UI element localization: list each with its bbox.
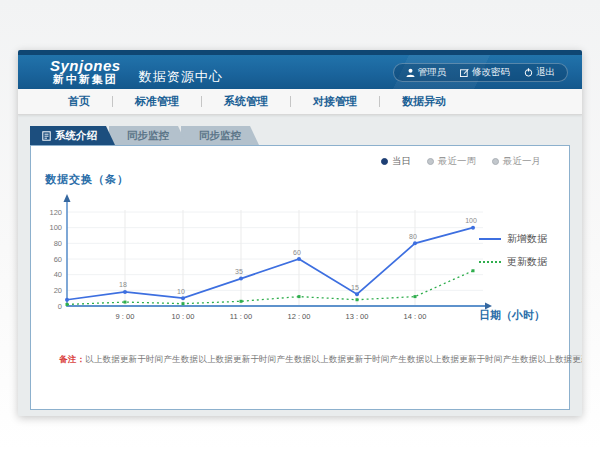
radio-label: 当日 [392,155,411,168]
svg-text:14 : 00: 14 : 00 [404,312,427,321]
legend-label: 更新数据 [507,255,547,269]
svg-text:0: 0 [58,302,62,311]
brand-name: Synjones [50,58,121,74]
svg-text:18: 18 [119,281,127,288]
main-nav: 首页 标准管理 系统管理 对接管理 数据异动 [18,89,582,115]
time-range-filter: 当日 最近一周 最近一月 [381,155,541,168]
change-password-button[interactable]: 修改密码 [460,66,510,79]
change-password-label: 修改密码 [472,66,510,79]
footnote: 备注：以上数据更新于时间产生数据以上数据更新于时间产生数据以上数据更新于时间产生… [59,354,582,366]
line-chart: 0204060801001209 : 0010 : 0011 : 0012 : … [37,188,507,330]
current-user[interactable]: 管理员 [406,66,447,79]
y-axis-title: 数据交换（条） [45,172,129,187]
footnote-label: 备注： [59,354,85,364]
legend-item-new-data: 新增数据 [479,232,547,246]
app-window: Synjones 新中新集团 数据资源中心 管理员 修改密码 退出 首页 标准管… [18,50,582,416]
document-icon [42,131,51,141]
svg-text:40: 40 [54,270,62,279]
svg-text:100: 100 [49,223,62,232]
legend-item-updated-data: 更新数据 [479,255,547,269]
page: { "header": { "brand": "Synjones", "bran… [0,0,600,450]
user-name: 管理员 [418,66,447,79]
tab-label: 同步监控 [127,126,169,145]
user-toolbar: 管理员 修改密码 退出 [393,63,569,82]
brand-name-cn: 新中新集团 [50,74,121,86]
svg-text:35: 35 [235,268,243,275]
x-axis-title: 日期（小时） [479,308,545,323]
tab-bar: 系统介绍 同步监控 同步监控 [30,126,259,145]
tab-sync-monitor-1[interactable]: 同步监控 [109,126,187,145]
radio-last-week[interactable]: 最近一周 [427,155,476,168]
edit-icon [460,68,469,77]
svg-text:80: 80 [409,233,417,240]
svg-text:60: 60 [54,255,62,264]
svg-text:100: 100 [465,217,477,224]
svg-text:20: 20 [54,286,62,295]
nav-item-integration[interactable]: 对接管理 [291,94,379,109]
svg-text:60: 60 [293,249,301,256]
radio-label: 最近一周 [438,155,476,168]
svg-text:11 : 00: 11 : 00 [230,312,252,321]
svg-text:12 : 00: 12 : 00 [288,312,311,321]
tab-sync-monitor-2[interactable]: 同步监控 [181,126,259,145]
svg-text:15: 15 [351,284,359,291]
app-header: Synjones 新中新集团 数据资源中心 管理员 修改密码 退出 [18,55,582,89]
radio-label: 最近一月 [503,155,541,168]
svg-text:9 : 00: 9 : 00 [116,312,135,321]
chart-panel: 当日 最近一周 最近一月 数据交换（条） 0204060801001209 : … [30,145,570,410]
nav-item-data-changes[interactable]: 数据异动 [380,94,468,109]
tab-label: 系统介绍 [55,126,97,145]
nav-item-home[interactable]: 首页 [46,94,112,109]
radio-dot [492,158,499,165]
footnote-text: 以上数据更新于时间产生数据以上数据更新于时间产生数据以上数据更新于时间产生数据以… [85,354,582,364]
content-area: 系统介绍 同步监控 同步监控 当日 最近一周 [18,115,582,416]
nav-item-standards[interactable]: 标准管理 [113,94,201,109]
legend-label: 新增数据 [507,232,547,246]
radio-dot [427,158,434,165]
logout-label: 退出 [536,66,555,79]
radio-today[interactable]: 当日 [381,155,411,168]
tab-label: 同步监控 [199,126,241,145]
chart-legend: 新增数据 更新数据 [479,232,547,269]
logout-button[interactable]: 退出 [524,66,555,79]
svg-text:13 : 00: 13 : 00 [346,312,369,321]
user-icon [406,68,415,77]
svg-text:10: 10 [177,288,185,295]
page-title: 数据资源中心 [139,68,223,86]
svg-text:80: 80 [54,239,62,248]
tab-system-intro[interactable]: 系统介绍 [30,126,115,145]
svg-text:10 : 00: 10 : 00 [172,312,195,321]
nav-item-system[interactable]: 系统管理 [202,94,290,109]
radio-dot [381,158,388,165]
svg-text:120: 120 [49,208,62,217]
logo: Synjones 新中新集团 [50,58,121,85]
legend-swatch-solid [479,238,501,240]
power-icon [524,68,533,77]
legend-swatch-dotted [479,261,501,263]
radio-last-month[interactable]: 最近一月 [492,155,541,168]
